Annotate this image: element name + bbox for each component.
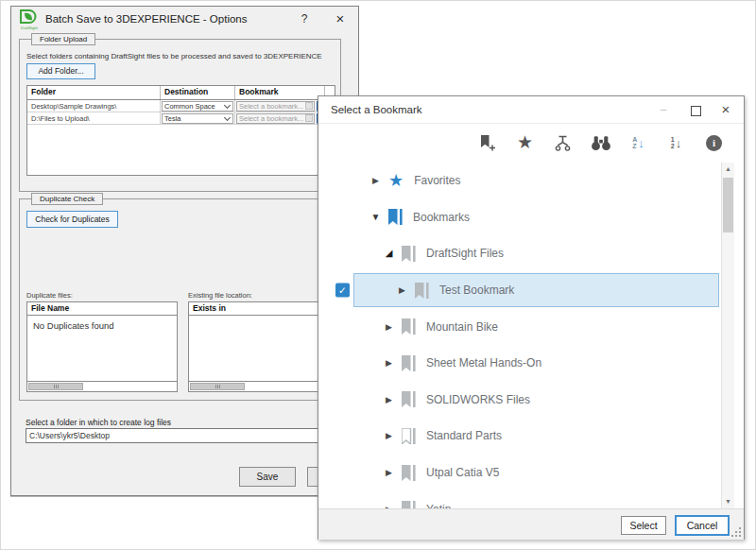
table-row: Desktop\Sample Drawings\ Common Space Se… [27, 100, 335, 112]
minimize-button[interactable]: – [653, 96, 674, 124]
tree-item-sheet-metal-hands-on[interactable]: Sheet Metal Hands-On [330, 345, 721, 382]
horizontal-scrollbar[interactable] [189, 381, 338, 391]
folder-table-header: Folder Destination Bookmark [27, 86, 335, 100]
help-button[interactable]: ? [294, 7, 315, 32]
folder-path-cell: Desktop\Sample Drawings\ [27, 100, 161, 112]
bookmark-dropdown[interactable]: Select a bookmark... [236, 101, 315, 112]
tree-item-utpal-catia-v5[interactable]: Utpal Catia V5 [330, 455, 721, 491]
bookmark-gray-icon [402, 391, 416, 407]
existing-location-label: Existing file location: [188, 291, 252, 300]
scrollbar-thumb[interactable] [190, 383, 245, 390]
duplicate-files-list: File Name No Duplicates found [26, 301, 178, 392]
log-folder-label: Select a folder in which to create log f… [26, 418, 171, 427]
folder-upload-group: Folder Upload Select folders containing … [19, 39, 341, 192]
bookmark-cell: Select a bookmark... [235, 112, 325, 124]
folder-path-cell: D:\Files to Upload\ [27, 112, 161, 124]
vertical-scrollbar[interactable]: ▲ ▼ [721, 163, 734, 508]
scroll-down-icon[interactable]: ▼ [722, 495, 734, 508]
bookmark-gray-icon [402, 428, 416, 444]
destination-cell: Common Space [161, 100, 235, 112]
expand-collapsed-icon[interactable] [384, 395, 394, 404]
tree-item-mountain-bike[interactable]: Mountain Bike [330, 308, 721, 345]
exists-in-header: Exists in [189, 302, 338, 316]
favorites-icon[interactable]: ★ [514, 132, 536, 154]
bookmark-gray-icon [402, 465, 416, 481]
bookmark-gray-icon [402, 318, 416, 335]
sort-numeric-icon[interactable]: 1 2 ↓ [665, 132, 687, 154]
scrollbar-thumb[interactable] [28, 383, 83, 390]
exists-in-body [189, 316, 338, 380]
tree-item-clipped[interactable]: Yatin [330, 490, 721, 508]
add-folder-button[interactable]: Add Folder... [26, 63, 95, 79]
tree-item-standard-parts[interactable]: Standard Parts [330, 418, 721, 455]
select-bookmark-titlebar: Select a Bookmark – × [318, 96, 744, 124]
save-button[interactable]: Save [239, 467, 296, 487]
tree-item-bookmarks[interactable]: Bookmarks [330, 199, 721, 236]
scrollbar-thumb[interactable] [723, 178, 733, 232]
expand-collapsed-icon[interactable] [384, 322, 394, 332]
tree-item-solidworks-files[interactable]: SOLIDWORKS Files [330, 382, 721, 419]
search-binoculars-icon[interactable] [590, 132, 611, 154]
select-bookmark-title: Select a Bookmark [331, 96, 422, 124]
close-button[interactable]: × [715, 96, 736, 124]
batch-save-dialog: DraftSight Batch Save to 3DEXPERIENCE - … [10, 6, 359, 496]
expand-collapsed-icon[interactable] [384, 468, 394, 477]
bookmark-dropdown[interactable]: Select a bookmark... [236, 113, 315, 124]
log-folder-input[interactable]: C:\Users\ykr5\Desktop [26, 428, 338, 443]
select-bookmark-dialog: Select a Bookmark – × ★ [318, 95, 745, 540]
tree-item-test-bookmark[interactable]: Test Bookmark [330, 272, 721, 309]
maximize-button[interactable] [685, 96, 706, 124]
collapse-expanded-icon[interactable] [370, 213, 381, 222]
scroll-up-icon[interactable]: ▲ [722, 163, 734, 176]
folder-column-header: Folder [27, 86, 161, 99]
destination-cell: Tesla [161, 112, 235, 124]
cancel-button[interactable]: Cancel [675, 515, 730, 536]
collapse-expanded-icon[interactable] [384, 249, 394, 258]
table-row: D:\Files to Upload\ Tesla Select a bookm… [27, 112, 335, 125]
bookmark-cell: Select a bookmark... [235, 100, 325, 112]
sort-alphabetical-icon[interactable]: A Z ↓ [627, 132, 649, 154]
bookmark-column-header: Bookmark [235, 86, 325, 99]
destination-column-header: Destination [161, 86, 235, 99]
existing-location-list: Exists in [188, 301, 339, 392]
resize-grip[interactable] [731, 527, 741, 537]
bookmark-gray-icon [402, 501, 416, 508]
tree-item-draftsight-files[interactable]: DraftSight Files [330, 235, 721, 272]
add-bookmark-icon[interactable] [476, 132, 498, 154]
bookmark-gray-icon [402, 355, 416, 371]
info-icon[interactable]: i [703, 132, 725, 154]
bookmark-clear-button[interactable] [305, 114, 313, 122]
screenshot-root: DraftSight Batch Save to 3DEXPERIENCE - … [0, 0, 756, 550]
dialog-button-bar: Select Cancel [318, 508, 744, 540]
duplicate-check-group: Duplicate Check Check for Duplicates Dup… [19, 198, 341, 401]
close-dialog-button[interactable]: × [330, 7, 351, 30]
expand-collapsed-icon[interactable] [384, 505, 394, 508]
bookmark-gray-icon [415, 283, 429, 299]
no-duplicates-message: No Duplicates found [27, 316, 177, 380]
bookmark-clear-button[interactable] [305, 102, 313, 110]
chevron-down-icon [225, 103, 231, 109]
destination-dropdown[interactable]: Common Space [162, 101, 233, 112]
favorites-star-icon: ★ [388, 172, 404, 189]
tree-item-favorites[interactable]: ★ Favorites [330, 163, 721, 199]
check-for-duplicates-button[interactable]: Check for Duplicates [26, 211, 118, 228]
bookmark-tree: ★ Favorites Bookmarks DraftSight Files [330, 163, 734, 508]
expand-collapsed-icon[interactable] [384, 431, 394, 440]
tree-view-icon[interactable] [552, 132, 574, 154]
chevron-down-icon [225, 115, 231, 121]
horizontal-scrollbar[interactable] [27, 381, 177, 391]
folder-table: Folder Destination Bookmark Desktop\Samp… [26, 85, 335, 176]
duplicate-check-group-label: Duplicate Check [31, 193, 103, 205]
expand-collapsed-icon[interactable] [370, 176, 381, 185]
batch-save-titlebar: DraftSight Batch Save to 3DEXPERIENCE - … [11, 7, 358, 32]
expand-collapsed-icon[interactable] [397, 285, 407, 295]
bookmark-checkbox[interactable] [335, 284, 350, 298]
draftsight-logo-caption: DraftSight [16, 26, 43, 30]
file-name-header: File Name [27, 302, 177, 316]
folder-upload-description: Select folders containing DraftSight fil… [26, 52, 322, 60]
draftsight-logo-icon: DraftSight [18, 9, 39, 30]
select-button[interactable]: Select [621, 516, 666, 535]
destination-dropdown[interactable]: Tesla [162, 113, 233, 124]
bookmark-gray-icon [402, 246, 416, 262]
expand-collapsed-icon[interactable] [384, 358, 394, 368]
